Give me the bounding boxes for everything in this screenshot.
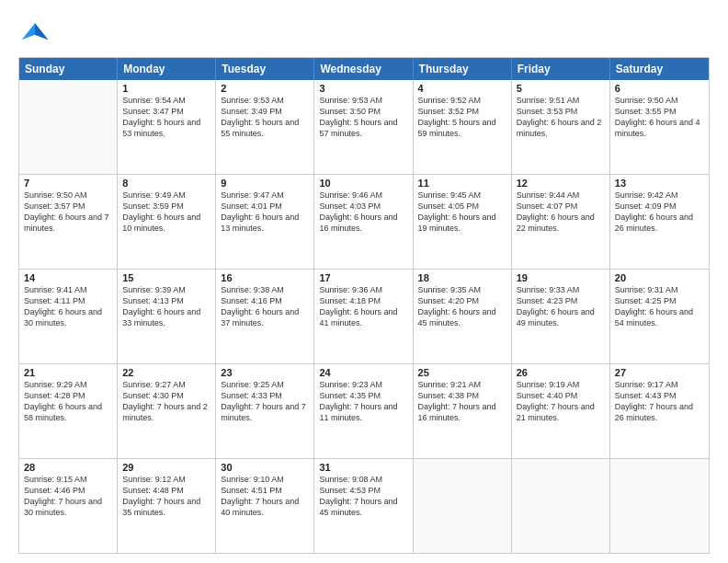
daylight-label: Daylight: 6 hours and 26 minutes. [615, 213, 693, 233]
sunrise-label: Sunrise: 9:12 AM [122, 475, 186, 484]
sunrise-label: Sunrise: 9:08 AM [319, 475, 382, 484]
day-header-friday: Friday [512, 58, 610, 80]
day-number: 19 [517, 272, 605, 283]
calendar: SundayMondayTuesdayWednesdayThursdayFrid… [18, 57, 710, 554]
day-number: 31 [319, 462, 407, 473]
day-cell-5: 5Sunrise: 9:51 AMSunset: 3:53 PMDaylight… [512, 80, 610, 174]
daylight-label: Daylight: 7 hours and 30 minutes. [24, 497, 102, 517]
sunset-label: Sunset: 4:13 PM [122, 296, 184, 305]
day-cell-15: 15Sunrise: 9:39 AMSunset: 4:13 PMDayligh… [118, 270, 216, 363]
day-cell-28: 28Sunrise: 9:15 AMSunset: 4:46 PMDayligh… [19, 459, 118, 553]
sunrise-label: Sunrise: 9:35 AM [418, 285, 482, 294]
sunset-label: Sunset: 3:50 PM [319, 107, 381, 116]
day-number: 21 [24, 367, 112, 378]
daylight-label: Daylight: 6 hours and 45 minutes. [418, 307, 496, 327]
day-cell-29: 29Sunrise: 9:12 AMSunset: 4:48 PMDayligh… [118, 459, 216, 553]
sunset-label: Sunset: 3:52 PM [418, 107, 480, 116]
daylight-label: Daylight: 5 hours and 53 minutes. [122, 118, 200, 138]
day-cell-16: 16Sunrise: 9:38 AMSunset: 4:16 PMDayligh… [216, 270, 314, 363]
daylight-label: Daylight: 7 hours and 26 minutes. [615, 402, 693, 422]
sunrise-label: Sunrise: 9:19 AM [517, 380, 580, 389]
daylight-label: Daylight: 6 hours and 16 minutes. [319, 213, 397, 233]
cell-info: Sunrise: 9:46 AMSunset: 4:03 PMDaylight:… [319, 190, 407, 235]
sunrise-label: Sunrise: 9:44 AM [517, 190, 580, 200]
daylight-label: Daylight: 7 hours and 7 minutes. [221, 402, 306, 422]
sunset-label: Sunset: 3:59 PM [122, 201, 184, 211]
day-cell-4: 4Sunrise: 9:52 AMSunset: 3:52 PMDaylight… [414, 80, 512, 174]
sunset-label: Sunset: 3:57 PM [24, 201, 85, 211]
sunrise-label: Sunrise: 9:50 AM [615, 96, 678, 105]
cell-info: Sunrise: 9:38 AMSunset: 4:16 PMDaylight:… [221, 284, 309, 329]
sunrise-label: Sunrise: 9:31 AM [615, 285, 678, 294]
daylight-label: Daylight: 6 hours and 22 minutes. [517, 213, 595, 233]
sunrise-label: Sunrise: 9:23 AM [319, 380, 382, 389]
cell-info: Sunrise: 9:21 AMSunset: 4:38 PMDaylight:… [418, 379, 506, 424]
day-cell-9: 9Sunrise: 9:47 AMSunset: 4:01 PMDaylight… [216, 175, 314, 269]
daylight-label: Daylight: 7 hours and 16 minutes. [418, 402, 496, 422]
day-cell-23: 23Sunrise: 9:25 AMSunset: 4:33 PMDayligh… [216, 364, 314, 458]
daylight-label: Daylight: 6 hours and 41 minutes. [319, 307, 397, 327]
cell-info: Sunrise: 9:10 AMSunset: 4:51 PMDaylight:… [221, 474, 309, 519]
daylight-label: Daylight: 6 hours and 30 minutes. [24, 307, 102, 327]
day-number: 29 [122, 462, 210, 473]
calendar-header: SundayMondayTuesdayWednesdayThursdayFrid… [19, 58, 709, 80]
cell-info: Sunrise: 9:50 AMSunset: 3:55 PMDaylight:… [615, 95, 704, 140]
calendar-body: 1Sunrise: 9:54 AMSunset: 3:47 PMDaylight… [19, 80, 709, 553]
sunrise-label: Sunrise: 9:50 AM [24, 190, 87, 200]
day-number: 15 [122, 272, 210, 283]
cell-info: Sunrise: 9:45 AMSunset: 4:05 PMDaylight:… [418, 190, 506, 235]
sunrise-label: Sunrise: 9:36 AM [319, 285, 382, 294]
sunset-label: Sunset: 4:09 PM [615, 201, 677, 211]
daylight-label: Daylight: 6 hours and 7 minutes. [24, 213, 109, 233]
sunset-label: Sunset: 4:43 PM [615, 391, 677, 400]
sunset-label: Sunset: 4:48 PM [122, 486, 184, 495]
daylight-label: Daylight: 7 hours and 21 minutes. [517, 402, 595, 422]
cell-info: Sunrise: 9:25 AMSunset: 4:33 PMDaylight:… [221, 379, 309, 424]
day-number: 2 [221, 83, 309, 94]
cell-info: Sunrise: 9:42 AMSunset: 4:09 PMDaylight:… [615, 190, 704, 235]
day-cell-25: 25Sunrise: 9:21 AMSunset: 4:38 PMDayligh… [414, 364, 512, 458]
daylight-label: Daylight: 6 hours and 13 minutes. [221, 213, 299, 233]
sunset-label: Sunset: 4:30 PM [122, 391, 184, 400]
empty-cell [414, 459, 512, 553]
page: SundayMondayTuesdayWednesdayThursdayFrid… [0, 0, 728, 563]
day-cell-6: 6Sunrise: 9:50 AMSunset: 3:55 PMDaylight… [610, 80, 709, 174]
day-number: 30 [221, 462, 309, 473]
day-cell-18: 18Sunrise: 9:35 AMSunset: 4:20 PMDayligh… [414, 270, 512, 363]
sunrise-label: Sunrise: 9:54 AM [122, 96, 186, 105]
sunset-label: Sunset: 4:25 PM [615, 296, 677, 305]
cell-info: Sunrise: 9:53 AMSunset: 3:49 PMDaylight:… [221, 95, 309, 140]
day-cell-30: 30Sunrise: 9:10 AMSunset: 4:51 PMDayligh… [216, 459, 314, 553]
svg-marker-1 [35, 23, 48, 40]
cell-info: Sunrise: 9:12 AMSunset: 4:48 PMDaylight:… [122, 474, 210, 519]
day-number: 10 [319, 178, 407, 189]
day-number: 6 [615, 83, 704, 94]
cell-info: Sunrise: 9:33 AMSunset: 4:23 PMDaylight:… [517, 284, 605, 329]
day-cell-11: 11Sunrise: 9:45 AMSunset: 4:05 PMDayligh… [414, 175, 512, 269]
sunrise-label: Sunrise: 9:49 AM [122, 190, 186, 200]
day-cell-3: 3Sunrise: 9:53 AMSunset: 3:50 PMDaylight… [314, 80, 413, 174]
sunrise-label: Sunrise: 9:27 AM [122, 380, 186, 389]
sunrise-label: Sunrise: 9:53 AM [221, 96, 284, 105]
cell-info: Sunrise: 9:31 AMSunset: 4:25 PMDaylight:… [615, 284, 704, 329]
sunrise-label: Sunrise: 9:53 AM [319, 96, 382, 105]
calendar-row-2: 7Sunrise: 9:50 AMSunset: 3:57 PMDaylight… [19, 174, 709, 269]
day-number: 3 [319, 83, 407, 94]
daylight-label: Daylight: 6 hours and 49 minutes. [517, 307, 595, 327]
sunrise-label: Sunrise: 9:33 AM [517, 285, 580, 294]
sunrise-label: Sunrise: 9:17 AM [615, 380, 678, 389]
logo [18, 17, 55, 50]
sunrise-label: Sunrise: 9:10 AM [221, 475, 284, 484]
sunset-label: Sunset: 4:53 PM [319, 486, 381, 495]
day-number: 18 [418, 272, 506, 283]
sunrise-label: Sunrise: 9:38 AM [221, 285, 284, 294]
day-number: 1 [122, 83, 210, 94]
sunset-label: Sunset: 4:46 PM [24, 486, 85, 495]
cell-info: Sunrise: 9:19 AMSunset: 4:40 PMDaylight:… [517, 379, 605, 424]
day-number: 9 [221, 178, 309, 189]
day-number: 11 [418, 178, 506, 189]
cell-info: Sunrise: 9:51 AMSunset: 3:53 PMDaylight:… [517, 95, 605, 140]
day-header-saturday: Saturday [610, 58, 709, 80]
cell-info: Sunrise: 9:36 AMSunset: 4:18 PMDaylight:… [319, 284, 407, 329]
cell-info: Sunrise: 9:52 AMSunset: 3:52 PMDaylight:… [418, 95, 506, 140]
